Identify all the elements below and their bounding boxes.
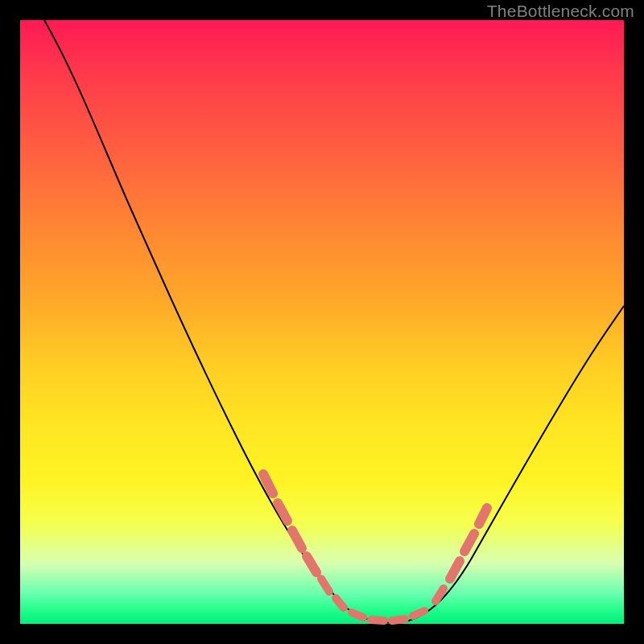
chart-svg bbox=[20, 20, 624, 624]
dash-mark bbox=[292, 530, 302, 548]
chart-frame: TheBottleneck.com bbox=[0, 0, 644, 644]
dash-mark bbox=[413, 611, 424, 616]
dash-mark bbox=[464, 534, 474, 551]
dash-mark bbox=[278, 503, 287, 521]
dash-mark bbox=[371, 620, 384, 621]
bottleneck-curve bbox=[44, 20, 624, 623]
plot-area bbox=[20, 20, 624, 624]
dash-mark bbox=[336, 598, 344, 608]
dash-mark bbox=[450, 561, 460, 579]
dash-mark bbox=[352, 613, 363, 617]
attribution-text: TheBottleneck.com bbox=[487, 2, 634, 21]
dash-mark bbox=[321, 579, 329, 592]
dash-mark bbox=[392, 619, 405, 621]
dash-mark bbox=[479, 508, 487, 524]
dash-mark bbox=[307, 556, 316, 572]
